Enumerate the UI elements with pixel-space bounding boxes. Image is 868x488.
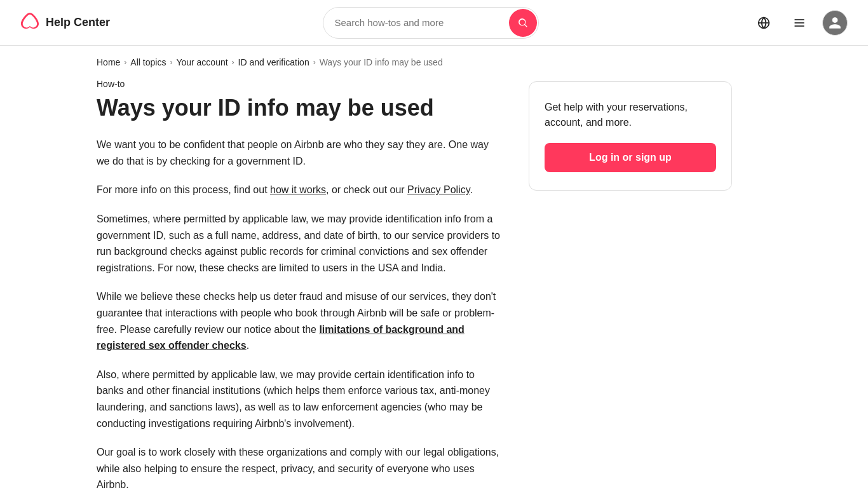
p1-text: We want you to be confident that people … [97,139,489,166]
breadcrumb-all-topics[interactable]: All topics [130,57,166,67]
breadcrumb-sep-1: › [124,58,126,67]
breadcrumb: Home › All topics › Your account › ID an… [0,46,868,79]
sidebar: Get help with your reservations, account… [529,79,732,488]
search-bar [323,7,539,39]
breadcrumb-sep-2: › [170,58,172,67]
globe-icon [757,17,770,29]
search-input[interactable] [323,11,508,34]
user-icon [828,16,842,30]
header-right [751,10,848,36]
p3-text: Sometimes, where permitted by applicable… [97,214,500,273]
breadcrumb-your-account[interactable]: Your account [176,57,227,67]
p5-text: Also, where permitted by applicable law,… [97,369,490,429]
sidebar-card-text: Get help with your reservations, account… [545,100,716,130]
p2-text-after: . [470,184,473,195]
search-button[interactable] [509,9,537,37]
main-content: How-to Ways your ID info may be used We … [0,79,868,488]
article-paragraph-3: Sometimes, where permitted by applicable… [97,211,503,276]
article-paragraph-2: For more info on this process, find out … [97,182,503,198]
article-category: How-to [97,79,503,89]
breadcrumb-id-verification[interactable]: ID and verification [238,57,309,67]
airbnb-logo-icon[interactable] [20,11,39,34]
p2-text-before: For more info on this process, find out [97,184,270,195]
breadcrumb-home[interactable]: Home [97,57,120,67]
header-left: Help Center [20,11,110,34]
menu-icon [793,17,806,29]
sidebar-card: Get help with your reservations, account… [529,81,732,191]
article-paragraph-6: Our goal is to work closely with these o… [97,444,503,488]
how-it-works-link[interactable]: how it works [270,184,326,195]
site-title: Help Center [46,16,110,29]
user-avatar[interactable] [822,10,848,36]
article-paragraph-4: While we believe these checks help us de… [97,288,503,353]
p2-text-middle: , or check out our [326,184,407,195]
p6-text: Our goal is to work closely with these o… [97,447,499,488]
breadcrumb-sep-4: › [313,58,316,67]
article-content: How-to Ways your ID info may be used We … [97,79,503,488]
header: Help Center [0,0,868,46]
article-body: We want you to be confident that people … [97,137,503,488]
article-paragraph-5: Also, where permitted by applicable law,… [97,367,503,431]
breadcrumb-sep-3: › [232,58,234,67]
menu-icon-button[interactable] [787,10,812,36]
globe-icon-button[interactable] [751,10,776,36]
login-signup-button[interactable]: Log in or sign up [545,143,716,172]
breadcrumb-current: Ways your ID info may be used [320,57,443,67]
privacy-policy-link[interactable]: Privacy Policy [407,184,470,195]
article-paragraph-1: We want you to be confident that people … [97,137,503,169]
p4-text-after: . [247,340,249,351]
article-title: Ways your ID info may be used [97,94,503,121]
